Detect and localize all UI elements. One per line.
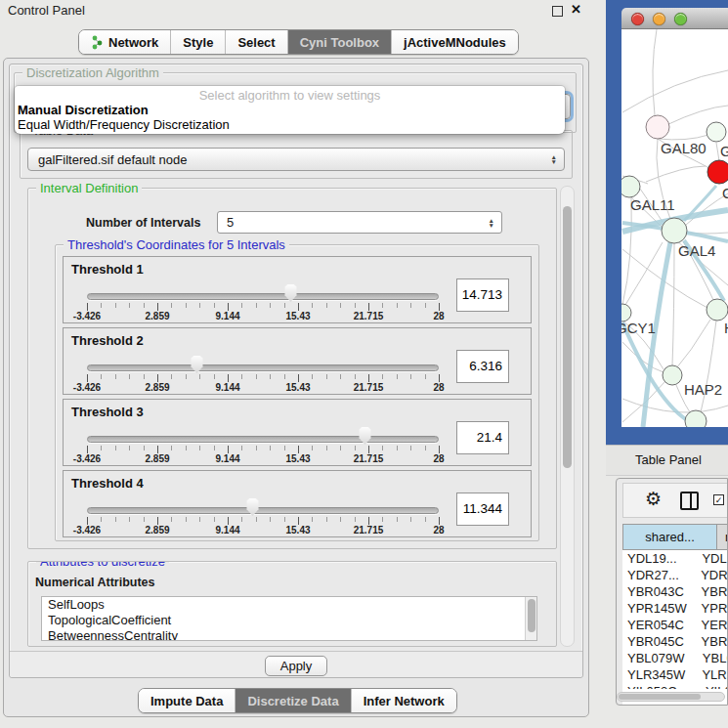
cell[interactable]: YDL19... xyxy=(622,550,698,567)
table-grid: shared... na YDL19...YDL1 YDR27...YDR2 Y… xyxy=(622,524,727,705)
node-bottom[interactable] xyxy=(685,410,707,427)
tick-label: 9.144 xyxy=(215,382,239,393)
attribute-item-betweennesscentrality[interactable]: BetweennessCentrality xyxy=(42,628,536,641)
threshold-3-value-field[interactable]: 21.4 xyxy=(456,421,509,454)
tab-style[interactable]: Style xyxy=(170,30,225,54)
table-data-combobox[interactable]: galFiltered.sif default node ▲▼ xyxy=(27,148,565,171)
dropdown-option-equal-width[interactable]: Equal Width/Frequency Discretization xyxy=(18,117,562,132)
tab-jactivemnodules[interactable]: jActiveMNodules xyxy=(391,30,518,54)
tick-label: 28 xyxy=(433,453,444,464)
threshold-3-slider-track[interactable] xyxy=(87,436,439,443)
zoom-window-icon[interactable] xyxy=(674,13,687,25)
cell[interactable]: YLR3 xyxy=(698,666,727,683)
cell[interactable]: YER054C xyxy=(622,617,698,633)
slider-ticks xyxy=(87,446,440,450)
table-row[interactable]: YDR27...YDR2 xyxy=(622,567,727,583)
control-panel-title: Control Panel xyxy=(8,3,85,18)
control-panel-tabs: Network Style Select Cyni Toolbox jActiv… xyxy=(78,29,519,55)
threshold-2-slider-track[interactable] xyxy=(87,364,439,371)
cell[interactable]: YPR1 xyxy=(698,600,727,617)
tick-label: 9.144 xyxy=(215,525,239,535)
spinner-arrows-icon: ▲▼ xyxy=(489,218,494,228)
apply-button[interactable]: Apply xyxy=(265,656,327,676)
tab-network[interactable]: Network xyxy=(79,30,170,54)
tick-label: 21.715 xyxy=(354,382,384,393)
attributes-list-scrollbar-thumb[interactable] xyxy=(528,599,535,632)
cell[interactable]: YLR345W xyxy=(622,666,698,683)
node-g[interactable] xyxy=(707,122,726,142)
cell[interactable]: YDR2 xyxy=(697,567,727,583)
threshold-1-value-field[interactable]: 14.713 xyxy=(456,278,509,312)
table-row[interactable]: YLR345WYLR3 xyxy=(622,666,727,683)
node-gal80[interactable] xyxy=(646,115,669,139)
table-row[interactable]: YDL19...YDL1 xyxy=(622,550,727,567)
threshold-1-slider-track[interactable] xyxy=(87,293,439,300)
interval-definition-title: Interval Definition xyxy=(36,181,142,195)
table-row[interactable]: YBR043CYBR0 xyxy=(622,583,727,600)
cell[interactable]: YDL1 xyxy=(698,550,727,567)
column-header-name[interactable]: na xyxy=(716,524,728,550)
tick-label: 21.715 xyxy=(354,311,384,321)
tab-jactivemnodules-label: jActiveMNodules xyxy=(404,35,506,50)
table-row[interactable]: YBL079WYBL0 xyxy=(622,650,727,666)
cell[interactable]: YBR045C xyxy=(622,633,698,650)
tab-select[interactable]: Select xyxy=(225,30,286,54)
tick-label: 28 xyxy=(433,525,444,535)
cell[interactable]: YBL0 xyxy=(699,650,727,666)
cell[interactable]: YIL0 xyxy=(702,683,727,689)
cell[interactable]: YBR0 xyxy=(698,633,727,650)
tab-cyni-toolbox[interactable]: Cyni Toolbox xyxy=(287,30,391,54)
table-horizontal-scrollbar[interactable] xyxy=(617,692,725,702)
table-horizontal-scrollbar-thumb[interactable] xyxy=(619,694,701,700)
control-panel-scrollbar[interactable] xyxy=(560,186,575,647)
num-intervals-spinner[interactable]: 5 ▲▼ xyxy=(217,211,502,234)
table-row[interactable]: YPR145WYPR1 xyxy=(622,600,727,617)
cell[interactable]: YIL053C xyxy=(622,683,702,689)
threshold-4-value-field[interactable]: 11.344 xyxy=(456,492,509,526)
node-label-h: H xyxy=(724,320,728,336)
close-panel-icon[interactable]: ✕ xyxy=(571,2,581,17)
threshold-4-slider-track[interactable] xyxy=(87,507,439,514)
tick-label: -3.426 xyxy=(73,311,101,321)
algorithm-dropdown-popup: Select algorithm to view settings Manual… xyxy=(15,86,565,134)
gear-icon[interactable]: ⚙ xyxy=(645,488,662,510)
network-window-titlebar[interactable] xyxy=(621,8,728,29)
cell[interactable]: YBR043C xyxy=(622,583,698,600)
column-header-shared-name[interactable]: shared... xyxy=(622,524,717,550)
node-label-gal4: GAL4 xyxy=(678,242,715,259)
minimize-window-icon[interactable] xyxy=(653,13,665,25)
num-intervals-label: Number of Intervals xyxy=(86,216,200,230)
tab-infer-network[interactable]: Infer Network xyxy=(351,689,456,712)
close-window-icon[interactable] xyxy=(631,13,644,25)
threshold-2-value-field[interactable]: 6.316 xyxy=(456,350,509,383)
cell[interactable]: YDR27... xyxy=(622,567,697,583)
cell[interactable]: YER0 xyxy=(698,617,727,633)
attribute-item-topologicalcoefficient[interactable]: TopologicalCoefficient xyxy=(42,613,536,628)
cell[interactable]: YBL079W xyxy=(622,650,699,666)
table-row[interactable]: YER054CYER0 xyxy=(622,617,727,633)
table-row[interactable]: YBR045CYBR0 xyxy=(622,633,727,650)
split-columns-icon[interactable] xyxy=(680,492,699,510)
node-red-selected[interactable] xyxy=(707,160,728,184)
control-panel-scrollbar-thumb[interactable] xyxy=(563,206,572,468)
table-data-combobox-value: galFiltered.sif default node xyxy=(28,152,551,167)
attributes-list-scrollbar[interactable] xyxy=(525,597,536,640)
node-h[interactable] xyxy=(707,299,728,321)
tab-discretize-data[interactable]: Discretize Data xyxy=(235,689,350,712)
network-canvas[interactable]: GAL80 G C GAL11 GAL4 GCY1 H HAP2 xyxy=(621,29,728,427)
node-gal4[interactable] xyxy=(662,218,687,243)
threshold-1-label: Threshold 1 xyxy=(71,262,144,277)
tab-impute-data[interactable]: Impute Data xyxy=(139,689,235,712)
table-toolbar: ⚙ ✓ ✓ xyxy=(622,483,727,518)
checkbox-icon[interactable]: ✓ xyxy=(713,494,724,505)
dropdown-option-manual[interactable]: Manual Discretization xyxy=(18,103,562,117)
cell[interactable]: YPR145W xyxy=(622,600,698,617)
node-gal11[interactable] xyxy=(621,176,640,197)
float-panel-icon[interactable] xyxy=(552,6,563,17)
cyni-mode-tabs: Impute Data Discretize Data Infer Networ… xyxy=(138,688,457,713)
table-row[interactable]: YIL053CYIL0 xyxy=(622,683,727,689)
node-hap2[interactable] xyxy=(663,365,682,385)
screen: Control Panel ✕ Network Style Select C xyxy=(0,0,728,728)
cell[interactable]: YBR0 xyxy=(698,583,727,600)
attribute-item-selfloops[interactable]: SelfLoops xyxy=(42,597,536,613)
